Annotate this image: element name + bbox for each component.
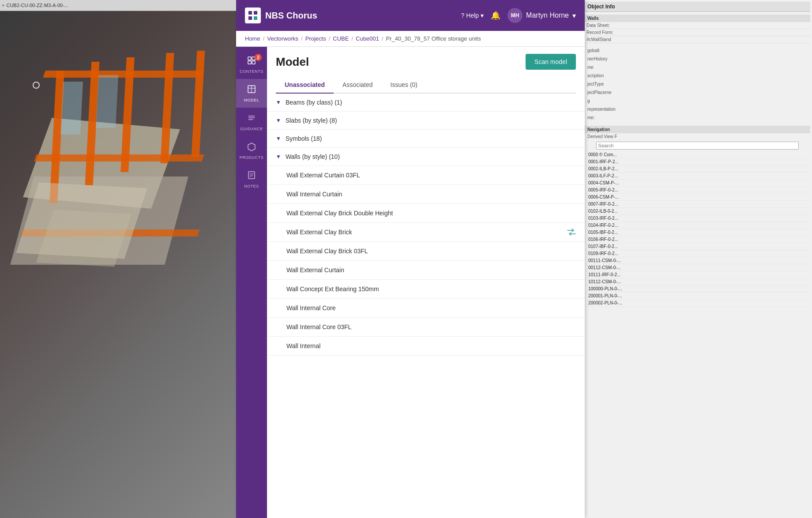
nav-list-item[interactable]: 00111-CSM-0-...: [585, 257, 810, 264]
nav-list-item[interactable]: 0002-ILB-P-2...: [585, 165, 810, 173]
nav-list-item[interactable]: 200001-PLN-0-...: [585, 293, 810, 300]
nav-list-item[interactable]: 10111-IRF-0-2...: [585, 271, 810, 278]
contents-badge: 2: [255, 54, 262, 61]
sidebar-item-contents[interactable]: 2 CONTENTS: [236, 50, 267, 79]
breadcrumb: Home / Vectorworks / Projects / CUBE / C…: [236, 31, 585, 47]
wall-item-label: Wall Internal: [286, 342, 320, 349]
group-slabs[interactable]: ▼ Slabs (by style) (8): [267, 112, 585, 130]
group-walls[interactable]: ▼ Walls (by style) (10): [267, 148, 585, 166]
user-menu-button[interactable]: MH Martyn Horne ▾: [508, 8, 576, 23]
nav-list-item[interactable]: 0000 © Com...: [585, 151, 810, 158]
list-item[interactable]: Wall External Curtain 03FL: [267, 166, 585, 185]
products-label: PRoducts: [240, 155, 264, 160]
nav-list-item[interactable]: 0105-IBF-0-2...: [585, 229, 810, 236]
nav-list-item[interactable]: 0001-IRF-P-2...: [585, 158, 810, 165]
guidance-label: GUIDANCE: [240, 127, 263, 131]
chorus-sidebar: 2 CONTENTS: [236, 47, 267, 518]
group-beams[interactable]: ▼ Beams (by class) (1): [267, 94, 585, 112]
list-item[interactable]: Wall External Clay Brick Double Height: [267, 204, 585, 223]
wall-item-label: Wall External Clay Brick 03FL: [286, 248, 368, 255]
nav-list-item[interactable]: 0102-ILB-0-2...: [585, 208, 810, 215]
sidebar-item-model[interactable]: MODEL: [236, 79, 267, 108]
tab-associated[interactable]: Associated: [334, 77, 381, 94]
nav-list-item[interactable]: 0103-IRF-0-2...: [585, 215, 810, 222]
wall-item-label: Wall External Curtain 03FL: [286, 172, 360, 179]
nav-list-item[interactable]: 0003-ILF-P-2...: [585, 173, 810, 180]
nav-list-item[interactable]: 0006-CSM-P-...: [585, 194, 810, 201]
nav-list-item[interactable]: 0004-CSM-P-...: [585, 180, 810, 187]
svg-rect-7: [252, 61, 255, 64]
list-item[interactable]: Wall Concept Ext Bearing 150mm: [267, 280, 585, 299]
chorus-panel: NBS Chorus ? Help ▾ 🔔 MH Martyn Horne ▾ …: [236, 0, 585, 518]
breadcrumb-cube[interactable]: CUBE: [333, 35, 349, 42]
nav-list-item[interactable]: 0109-IRF-0-2...: [585, 250, 810, 257]
model-title-row: Model Scan model: [276, 54, 576, 70]
nav-list-item[interactable]: 0107-IBF-0-2...: [585, 243, 810, 250]
svg-rect-3: [254, 16, 257, 20]
vectorworks-right-panel: Object Info Walls Data Sheet: Record For…: [583, 0, 812, 518]
right-panel-row: Record Form:: [585, 29, 810, 36]
help-button[interactable]: ? Help ▾: [461, 12, 484, 19]
nav-list-item[interactable]: 100000-PLN-0-...: [585, 285, 810, 293]
model-list: ▼ Beams (by class) (1) ▼ Slabs (by style…: [267, 94, 585, 518]
right-panel-row: Data Sheet:: [585, 22, 810, 29]
right-panel-title: Object Info: [585, 2, 810, 12]
svg-rect-1: [254, 11, 257, 15]
tab-unassociated[interactable]: Unassociated: [276, 77, 334, 94]
user-name: Martyn Horne: [526, 11, 569, 19]
wall-item-label: Wall Internal Curtain: [286, 191, 342, 198]
svg-rect-6: [248, 61, 251, 64]
notification-button[interactable]: 🔔: [491, 11, 500, 20]
model-icon: [247, 84, 256, 96]
products-icon: [247, 142, 256, 154]
nbs-logo-icon: [245, 8, 261, 23]
breadcrumb-projects[interactable]: Projects: [305, 35, 326, 42]
breadcrumb-cube001[interactable]: Cube001: [356, 35, 379, 42]
nav-list-item[interactable]: 0005-IRF-0-2...: [585, 187, 810, 194]
model-header: Model Scan model Unassociated Associated…: [267, 47, 585, 94]
group-symbols-label: Symbols (18): [286, 135, 322, 142]
wall-item-label: Wall Internal Core: [286, 304, 336, 312]
nav-list-item[interactable]: 10112-CSM-0-...: [585, 278, 810, 285]
svg-rect-4: [248, 57, 251, 60]
nav-list-item[interactable]: 0106-IRF-0-2...: [585, 236, 810, 243]
nav-list-item[interactable]: 200002-PLN-0-...: [585, 300, 810, 307]
help-chevron-icon: ▾: [481, 12, 484, 19]
sidebar-item-products[interactable]: PRoducts: [236, 136, 267, 165]
sidebar-item-notes[interactable]: NOTES: [236, 165, 267, 194]
nav-list-item[interactable]: 0007-IRF-0-2...: [585, 201, 810, 208]
nav-list-item[interactable]: 00112-CSM-0-...: [585, 264, 810, 271]
model-tabs: Unassociated Associated Issues (0): [276, 77, 576, 94]
notes-icon: [247, 170, 256, 182]
list-item[interactable]: Wall External Clay Brick 03FL: [267, 242, 585, 261]
swap-icon[interactable]: [567, 229, 576, 236]
tab-issues[interactable]: Issues (0): [382, 77, 426, 94]
chorus-content: Model Scan model Unassociated Associated…: [267, 47, 585, 518]
group-walls-label: Walls (by style) (10): [286, 153, 340, 160]
close-icon[interactable]: ×: [2, 3, 4, 8]
vectorworks-toolbar: × CUB2-CU-00-ZZ-M3-A-00-...: [0, 0, 236, 11]
group-slabs-label: Slabs (by style) (8): [286, 117, 337, 124]
right-panel-walls-label: Walls: [585, 15, 810, 22]
navigation-list: 0000 © Com...0001-IRF-P-2...0002-ILB-P-2…: [585, 151, 810, 307]
nav-list-item[interactable]: 0104-IRF-0-2...: [585, 222, 810, 229]
list-item[interactable]: Wall Internal Core 03FL: [267, 318, 585, 337]
tab-title: CUB2-CU-00-ZZ-M3-A-00-...: [6, 3, 68, 8]
breadcrumb-vectorworks[interactable]: Vectorworks: [267, 35, 298, 42]
wall-item-label: Wall Concept Ext Bearing 150mm: [286, 285, 379, 293]
user-avatar: MH: [508, 8, 523, 23]
bell-icon: 🔔: [491, 11, 500, 20]
breadcrumb-home[interactable]: Home: [245, 35, 260, 42]
list-item[interactable]: Wall External Curtain: [267, 261, 585, 280]
prop-label: Data Sheet:: [586, 23, 639, 28]
list-item[interactable]: Wall Internal: [267, 337, 585, 356]
list-item[interactable]: Wall Internal Curtain: [267, 185, 585, 204]
scan-model-button[interactable]: Scan model: [526, 54, 576, 70]
group-symbols[interactable]: ▼ Symbols (18): [267, 130, 585, 148]
nav-search-input[interactable]: [596, 142, 799, 150]
derived-view-label: Derived View F: [585, 133, 810, 140]
sidebar-item-guidance[interactable]: GUIDANCE: [236, 108, 267, 136]
list-item-wall-external-clay-brick[interactable]: Wall External Clay Brick: [267, 223, 585, 242]
svg-rect-2: [248, 16, 252, 20]
list-item[interactable]: Wall Internal Core: [267, 299, 585, 318]
